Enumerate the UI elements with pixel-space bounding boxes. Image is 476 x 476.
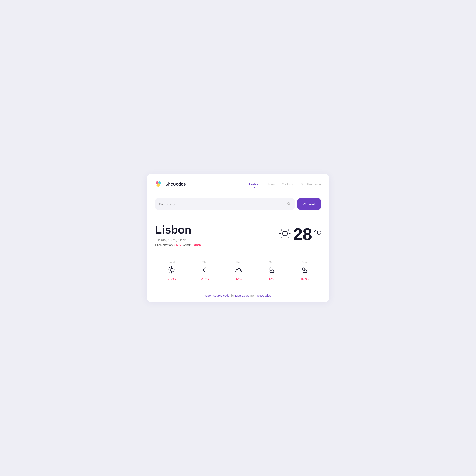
nav-item-san-francisco[interactable]: San Francisco	[301, 182, 321, 186]
weather-card: SheCodes Lisbon Paris Sydney San Francis…	[147, 174, 329, 302]
forecast-day-wed: Wed 28°C	[168, 260, 176, 281]
weather-right: 28 °C	[279, 226, 321, 243]
weather-date: Tuesday 18:42, Clear	[155, 238, 201, 242]
svg-line-20	[174, 272, 174, 272]
forecast-icon-wed	[168, 266, 175, 275]
svg-point-5	[283, 231, 287, 236]
forecast-day-name-sun: Sun	[302, 260, 307, 264]
footer-text-after: from	[250, 294, 257, 297]
temperature-unit: °C	[314, 229, 321, 236]
nav-item-sydney[interactable]: Sydney	[282, 182, 293, 186]
forecast-temp-sun: 16°C	[300, 277, 308, 281]
current-temperature: 28	[293, 226, 312, 243]
search-input-wrap	[155, 199, 294, 209]
svg-line-4	[289, 204, 290, 205]
svg-line-10	[281, 230, 282, 231]
forecast-icon-sun	[301, 266, 308, 275]
svg-line-21	[174, 267, 174, 268]
weather-details: Precipitation: 65%, Wind: 3km/h	[155, 243, 201, 247]
forecast-day-sun: Sun 16°C	[300, 260, 308, 281]
nav-item-paris[interactable]: Paris	[267, 182, 274, 186]
search-icon	[287, 202, 291, 206]
svg-point-14	[170, 268, 173, 271]
forecast-icon-fri	[234, 266, 242, 275]
svg-line-12	[288, 230, 289, 231]
current-weather-icon	[279, 227, 291, 241]
svg-line-11	[288, 237, 289, 237]
svg-line-19	[169, 267, 170, 268]
svg-point-28	[302, 268, 304, 270]
forecast-day-name-fri: Fri	[236, 260, 240, 264]
svg-point-23	[269, 268, 271, 270]
forecast-temp-fri: 16°C	[234, 277, 242, 281]
open-source-link[interactable]: Open-source code	[205, 294, 230, 297]
nav-item-lisbon[interactable]: Lisbon	[249, 182, 260, 186]
svg-line-13	[281, 237, 282, 237]
wind-value: 3km/h	[192, 243, 201, 247]
svg-line-22	[169, 272, 170, 272]
logo-area: SheCodes	[155, 180, 186, 188]
search-input[interactable]	[159, 202, 285, 206]
search-section: Current	[147, 193, 329, 215]
logo-icon	[155, 180, 163, 188]
forecast-day-sat: Sat 16°C	[267, 260, 275, 281]
header: SheCodes Lisbon Paris Sydney San Francis…	[147, 174, 329, 193]
footer: Open-source code, by Matt Delac from She…	[147, 289, 329, 302]
forecast-day-name-thu: Thu	[202, 260, 207, 264]
forecast-day-name-sat: Sat	[269, 260, 273, 264]
brand-footer-link[interactable]: SheCodes	[257, 294, 271, 297]
forecast-section: Wed 28°C Thu	[147, 254, 329, 289]
forecast-day-name-wed: Wed	[169, 260, 175, 264]
current-button[interactable]: Current	[298, 199, 321, 209]
weather-left: Lisbon Tuesday 18:42, Clear Precipitatio…	[155, 224, 201, 246]
footer-text-middle: , by	[230, 294, 235, 297]
author-link[interactable]: Matt Delac	[235, 294, 250, 297]
precipitation-value: 65%	[174, 243, 181, 247]
forecast-temp-wed: 28°C	[168, 277, 176, 281]
forecast-day-thu: Thu 21°C	[201, 260, 209, 281]
forecast-temp-thu: 21°C	[201, 277, 209, 281]
weather-main: Lisbon Tuesday 18:42, Clear Precipitatio…	[147, 215, 329, 254]
city-name: Lisbon	[155, 224, 201, 236]
forecast-temp-sat: 16°C	[267, 277, 275, 281]
forecast-icon-sat	[267, 266, 275, 275]
nav: Lisbon Paris Sydney San Francisco	[249, 182, 321, 186]
forecast-day-fri: Fri 16°C	[234, 260, 242, 281]
forecast-icon-thu	[201, 266, 209, 275]
brand-name: SheCodes	[165, 182, 186, 187]
